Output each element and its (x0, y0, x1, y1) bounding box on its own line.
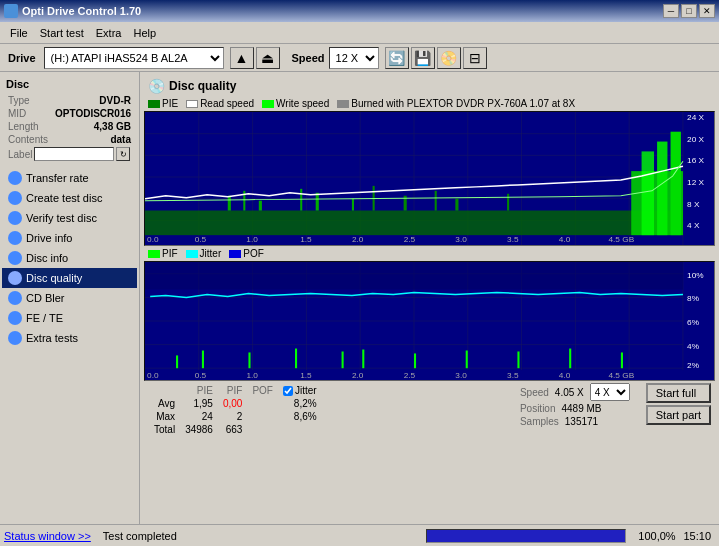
drive-label: Drive (4, 52, 40, 64)
fe-te-icon (8, 311, 22, 325)
disc-label-button[interactable]: ↻ (116, 147, 130, 161)
write-speed-color (262, 100, 274, 108)
verify-test-disc-label: Verify test disc (26, 212, 97, 224)
max-label: Max (150, 411, 179, 422)
verify-test-disc-icon (8, 211, 22, 225)
speed-row-select[interactable]: 4 X (590, 383, 630, 401)
drivebar: Drive (H:) ATAPI iHAS524 B AL2A ▲ ⏏ Spee… (0, 44, 719, 72)
svg-rect-26 (455, 199, 458, 211)
legend-write-speed: Write speed (262, 98, 329, 109)
sidebar-nav: Transfer rateCreate test discVerify test… (2, 168, 137, 348)
svg-text:3.0: 3.0 (455, 235, 467, 244)
svg-rect-31 (671, 132, 681, 235)
statusbar: Status window >> Test completed 100,0% 1… (0, 524, 719, 546)
legend-burned-label: Burned with PLEXTOR DVDR PX-760A 1.07 at… (351, 98, 575, 109)
svg-text:16 X: 16 X (687, 156, 705, 165)
start-full-button[interactable]: Start full (646, 383, 711, 403)
total-pof (248, 424, 277, 435)
svg-rect-75 (145, 262, 683, 290)
drive-refresh-button[interactable]: ▲ (230, 47, 254, 69)
chart2-legend: PIF Jitter POF (144, 246, 715, 261)
drive-buttons: ▲ ⏏ (230, 47, 280, 69)
menu-help[interactable]: Help (127, 25, 162, 41)
samples-label: Samples (520, 416, 559, 427)
svg-text:3.0: 3.0 (455, 371, 467, 380)
position-label: Position (520, 403, 556, 414)
disc-info-icon (8, 251, 22, 265)
disc-mid-label: MID (8, 108, 26, 119)
extra-tests-icon (8, 331, 22, 345)
disc-label-input[interactable] (34, 147, 114, 161)
minimize-button[interactable]: ─ (663, 4, 679, 18)
stats-header-pof: POF (248, 385, 277, 396)
avg-pie: 1,95 (181, 398, 217, 409)
titlebar-controls: ─ □ ✕ (663, 4, 715, 18)
svg-rect-74 (621, 352, 623, 368)
svg-text:2.0: 2.0 (352, 371, 364, 380)
progress-bar (426, 529, 626, 543)
speed-refresh-button[interactable]: 🔄 (385, 47, 409, 69)
status-window-link[interactable]: Status window >> (4, 530, 91, 542)
sidebar-item-disc-info[interactable]: Disc info (2, 248, 137, 268)
drive-info-label: Drive info (26, 232, 72, 244)
speed-label: Speed (292, 52, 325, 64)
pof-color (229, 250, 241, 258)
svg-text:4.5 GB: 4.5 GB (608, 235, 634, 244)
maximize-button[interactable]: □ (681, 4, 697, 18)
chart2-container: 10% 8% 6% 4% 2% 0.0 0.5 1.0 1.5 2.0 2.5 … (144, 261, 715, 381)
svg-text:1.5: 1.5 (300, 235, 312, 244)
menu-extra[interactable]: Extra (90, 25, 128, 41)
menu-start-test[interactable]: Start test (34, 25, 90, 41)
svg-text:12 X: 12 X (687, 178, 705, 187)
sidebar-item-drive-info[interactable]: Drive info (2, 228, 137, 248)
svg-rect-71 (466, 351, 468, 369)
sidebar-item-fe-te[interactable]: FE / TE (2, 308, 137, 328)
svg-text:1.5: 1.5 (300, 371, 312, 380)
jitter-label: Jitter (295, 385, 317, 396)
drive-select[interactable]: (H:) ATAPI iHAS524 B AL2A (44, 47, 224, 69)
disc-quality-icon (8, 271, 22, 285)
disc-contents-row: Contents data (8, 133, 131, 146)
drive-eject-button[interactable]: ⏏ (256, 47, 280, 69)
disc-contents-value: data (110, 134, 131, 145)
speed-buttons: 🔄 💾 📀 ⊟ (385, 47, 487, 69)
sidebar-item-cd-bler[interactable]: CD Bler (2, 288, 137, 308)
sidebar-item-transfer-rate[interactable]: Transfer rate (2, 168, 137, 188)
legend-write-speed-label: Write speed (276, 98, 329, 109)
disc-section-title: Disc (2, 76, 137, 92)
legend-pif-label: PIF (162, 248, 178, 259)
sidebar-item-disc-quality[interactable]: Disc quality (2, 268, 137, 288)
svg-rect-67 (295, 349, 297, 369)
sidebar-item-extra-tests[interactable]: Extra tests (2, 328, 137, 348)
sidebar-item-verify-test-disc[interactable]: Verify test disc (2, 208, 137, 228)
legend-pie: PIE (148, 98, 178, 109)
cd-bler-label: CD Bler (26, 292, 65, 304)
speed-row: Speed 4.05 X 4 X (520, 383, 630, 401)
disc-type-row: Type DVD-R (8, 94, 131, 107)
speed-extra1-button[interactable]: 💾 (411, 47, 435, 69)
close-button[interactable]: ✕ (699, 4, 715, 18)
avg-pof (248, 398, 277, 409)
create-test-disc-icon (8, 191, 22, 205)
disc-section: Disc Type DVD-R MID OPTODISCR016 Length … (2, 76, 137, 164)
jitter-checkbox[interactable] (283, 386, 293, 396)
sidebar-item-create-test-disc[interactable]: Create test disc (2, 188, 137, 208)
speed-extra2-button[interactable]: 📀 (437, 47, 461, 69)
burned-color (337, 100, 349, 108)
speed-extra3-button[interactable]: ⊟ (463, 47, 487, 69)
legend-pie-label: PIE (162, 98, 178, 109)
transfer-rate-icon (8, 171, 22, 185)
app-title: Opti Drive Control 1.70 (22, 5, 141, 17)
start-part-button[interactable]: Start part (646, 405, 711, 425)
speed-select[interactable]: 12 X (329, 47, 379, 69)
menu-file[interactable]: File (4, 25, 34, 41)
disc-quality-icon: 💿 (148, 78, 165, 94)
chart2-svg: 10% 8% 6% 4% 2% 0.0 0.5 1.0 1.5 2.0 2.5 … (145, 262, 714, 380)
stats-header-pif: PIF (219, 385, 246, 396)
legend-jitter: Jitter (186, 248, 222, 259)
svg-text:2.5: 2.5 (404, 235, 416, 244)
disc-type-label: Type (8, 95, 30, 106)
stats-table: PIE PIF POF Jitter Avg 1,95 0,00 8,2% (148, 383, 323, 437)
drive-info-icon (8, 231, 22, 245)
svg-text:4.0: 4.0 (559, 235, 571, 244)
